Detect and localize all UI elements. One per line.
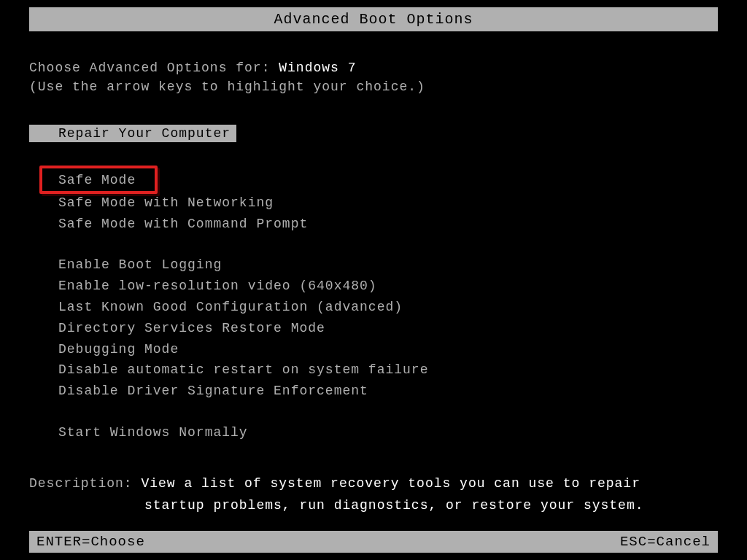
prompt-label: Choose Advanced Options for: <box>29 61 279 75</box>
menu-debugging-mode[interactable]: Debugging Mode <box>58 339 718 360</box>
menu-safe-mode[interactable]: Safe Mode <box>58 170 136 191</box>
menu-safe-mode-networking[interactable]: Safe Mode with Networking <box>58 192 718 214</box>
footer-bar: ENTER=Choose ESC=Cancel <box>29 531 718 553</box>
footer-enter-hint: ENTER=Choose <box>36 534 145 550</box>
os-name: Windows 7 <box>279 61 356 75</box>
menu-enable-boot-logging[interactable]: Enable Boot Logging <box>58 254 718 276</box>
description-label: Description: <box>29 476 141 491</box>
menu-low-resolution-video[interactable]: Enable low-resolution video (640x480) <box>58 276 718 297</box>
hint-line: (Use the arrow keys to highlight your ch… <box>29 79 718 94</box>
description-text-line2: startup problems, run diagnostics, or re… <box>144 494 718 517</box>
title-bar: Advanced Boot Options <box>29 7 718 31</box>
menu-repair-computer[interactable]: Repair Your Computer <box>29 125 236 142</box>
menu-start-windows-normally[interactable]: Start Windows Normally <box>58 422 718 443</box>
menu-disable-driver-signature[interactable]: Disable Driver Signature Enforcement <box>58 381 718 402</box>
menu-last-known-good[interactable]: Last Known Good Configuration (advanced) <box>58 297 718 318</box>
menu-safe-mode-command-prompt[interactable]: Safe Mode with Command Prompt <box>58 214 718 235</box>
description-block: Description: View a list of system recov… <box>29 472 718 517</box>
footer-esc-hint: ESC=Cancel <box>620 534 711 550</box>
boot-menu: Safe Mode Safe Mode with Networking Safe… <box>58 170 718 443</box>
description-text-line1: View a list of system recovery tools you… <box>141 476 640 491</box>
menu-directory-services-restore[interactable]: Directory Services Restore Mode <box>58 318 718 339</box>
menu-disable-auto-restart[interactable]: Disable automatic restart on system fail… <box>58 359 718 381</box>
prompt-line: Choose Advanced Options for: Windows 7 <box>29 61 718 75</box>
